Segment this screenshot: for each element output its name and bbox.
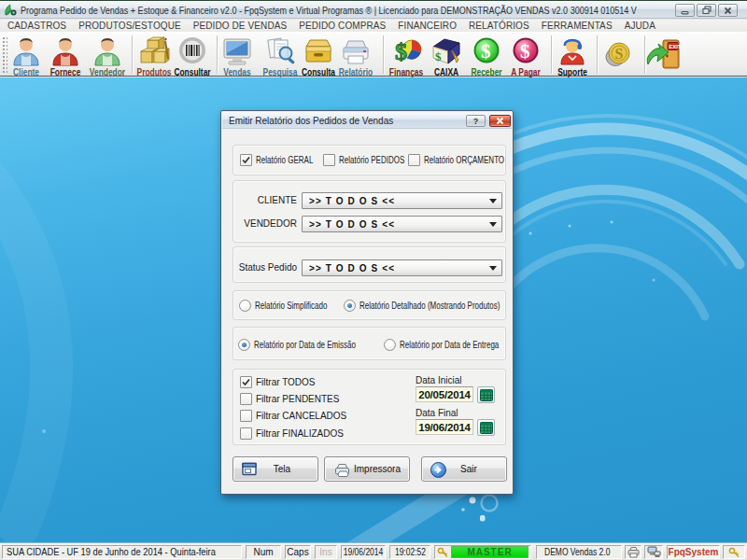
radio-relatorio-simplificado[interactable]: Relatório Simplificado	[239, 300, 345, 312]
menu-cadastros[interactable]: CADASTROS	[7, 21, 66, 31]
money-pie-icon: $	[388, 35, 424, 67]
checkbox-box	[240, 410, 252, 422]
radio-circle	[238, 339, 250, 351]
minimize-icon	[681, 7, 689, 15]
dropdown-value: >> T O D O S <<	[303, 196, 395, 206]
cliente-dropdown[interactable]: >> T O D O S <<	[302, 192, 502, 209]
menu-relatorios[interactable]: RELATÓRIOS	[469, 21, 529, 31]
report-dialog: Emitir Relatório dos Pedidos de Vendas ?…	[220, 110, 514, 495]
toolbar-relatorio-button[interactable]: Relatório	[330, 35, 382, 77]
filters-groupbox: Filtrar TODOS Filtrar PENDENTES Filtrar …	[233, 369, 506, 445]
toolbar-exit-button[interactable]: EXIT	[639, 35, 691, 77]
data-final-calendar-button[interactable]	[477, 419, 495, 436]
printer-status-icon	[627, 546, 641, 558]
checkbox-label: Relatório PEDIDOS	[339, 155, 404, 165]
keys-icon	[437, 547, 449, 558]
checkbox-relatorio-geral[interactable]: Relatório GERAL	[240, 154, 328, 166]
status-bar: SUA CIDADE - UF 19 de Junho de 2014 - Qu…	[0, 542, 747, 560]
vendedor-label: VENDEDOR	[237, 218, 297, 229]
toolbar-apagar-label: A Pagar	[511, 67, 540, 77]
svg-text:EXIT: EXIT	[669, 44, 682, 49]
data-inicial-field[interactable]: 20/05/2014	[416, 386, 473, 402]
minimize-button[interactable]	[675, 4, 695, 17]
sair-button[interactable]: Sair	[421, 456, 507, 482]
data-inicial-label: Data Inicial	[416, 375, 461, 385]
detail-level-groupbox: Relatório Simplificado Relatório Detalha…	[233, 290, 506, 320]
toolbar-cliente-label: Cliente	[13, 67, 39, 77]
toolbar-coin-button[interactable]: S	[592, 35, 644, 77]
status-location-text: SUA CIDADE - UF 19 de Junho de 2014 - Qu…	[7, 547, 216, 557]
close-button[interactable]	[718, 4, 738, 17]
toolbar-vendedor-button[interactable]: Vendedor	[81, 35, 134, 77]
vendedor-dropdown[interactable]: >> T O D O S <<	[302, 216, 502, 232]
status-location: SUA CIDADE - UF 19 de Junho de 2014 - Qu…	[2, 545, 242, 559]
toolbar-vendas-label: Vendas	[223, 67, 250, 77]
dialog-close-button[interactable]	[489, 115, 511, 127]
toolbar-caixa-label: CAIXA	[434, 67, 458, 77]
radio-label: Relatório Simplificado	[255, 301, 327, 311]
checkbox-filtrar-finalizados[interactable]: Filtrar FINALIZADOS	[240, 427, 344, 440]
menu-pedido-compras[interactable]: PEDIDO COMPRAS	[299, 21, 386, 31]
radio-dot	[347, 303, 352, 308]
status-ins-text: Ins	[319, 547, 331, 557]
restore-button[interactable]	[697, 4, 716, 17]
checkbox-relatorio-pedidos[interactable]: Relatório PEDIDOS	[323, 154, 421, 166]
checkbox-box	[408, 154, 420, 166]
menu-bar: CADASTROS PRODUTOS/ESTOQUE PEDIDO DE VEN…	[0, 20, 747, 32]
status-time: 19:02:52	[389, 545, 430, 559]
radio-por-data-entrega[interactable]: Relatório por Data de Entrega	[384, 339, 524, 351]
checkbox-box	[240, 427, 252, 440]
svg-text:$: $	[520, 40, 530, 63]
dialog-title: Emitir Relatório dos Pedidos de Vendas	[229, 116, 393, 126]
impressora-button[interactable]: Impressora	[324, 456, 410, 482]
toolbar-suporte-button[interactable]: Suporte	[546, 35, 599, 77]
checkbox-label: Filtrar PENDENTES	[256, 394, 339, 404]
window-title: Programa Pedido de Vendas + Estoque & Fi…	[21, 5, 637, 16]
toolbar-relatorio-label: Relatório	[339, 67, 373, 77]
dropdown-arrow-icon	[489, 222, 497, 227]
button-label: Tela	[274, 464, 290, 474]
checkbox-label: Relatório GERAL	[256, 155, 313, 165]
blue-arrow-ball-icon	[430, 462, 446, 478]
radio-label: Relatório por Data de Entrega	[400, 340, 499, 350]
dialog-help-button[interactable]: ?	[466, 115, 486, 127]
gold-keys-icon	[728, 547, 740, 558]
radio-por-data-emissao[interactable]: Relatório por Data de Emissão	[238, 339, 381, 351]
checkbox-label: Filtrar TODOS	[256, 377, 316, 387]
menu-produtos-estoque[interactable]: PRODUTOS/ESTOQUE	[78, 21, 181, 31]
dialog-titlebar[interactable]: Emitir Relatório dos Pedidos de Vendas ?	[222, 112, 512, 129]
menu-ajuda[interactable]: AJUDA	[625, 21, 655, 31]
printer-small-icon	[333, 462, 351, 478]
checkbox-filtrar-pendentes[interactable]: Filtrar PENDENTES	[240, 393, 339, 405]
network-computer-icon	[647, 546, 661, 558]
status-pedido-dropdown[interactable]: >> T O D O S <<	[302, 259, 502, 276]
toolbar-suporte-label: Suporte	[557, 67, 587, 77]
dropdown-arrow-icon	[489, 199, 497, 203]
tela-button[interactable]: Tela	[233, 456, 318, 482]
toolbar-receber-label: Receber	[471, 67, 501, 77]
dropdown-arrow-icon	[489, 266, 497, 271]
checkbox-filtrar-cancelados[interactable]: Filtrar CANCELADOS	[240, 410, 346, 422]
radio-circle	[239, 300, 251, 312]
checkbox-box	[323, 154, 335, 166]
status-date: 19/06/2014	[341, 545, 386, 559]
toolbar-apagar-button[interactable]: $ A Pagar	[500, 35, 552, 77]
checkbox-label: Filtrar CANCELADOS	[256, 411, 346, 421]
barcode-ring-icon	[176, 35, 208, 67]
menu-financeiro[interactable]: FINANCEIRO	[398, 21, 457, 31]
data-final-field[interactable]: 19/06/2014	[416, 419, 473, 435]
menu-ferramentas[interactable]: FERRAMENTAS	[542, 21, 613, 31]
window-icon	[242, 462, 258, 477]
radio-circle	[384, 339, 396, 351]
data-inicial-calendar-button[interactable]	[477, 386, 495, 403]
checkbox-filtrar-todos[interactable]: Filtrar TODOS	[240, 376, 316, 388]
status-num: Num	[246, 545, 281, 559]
radio-relatorio-detalhado[interactable]: Relatório Detalhado (Mostrando Produtos)	[344, 300, 535, 312]
radio-label: Relatório por Data de Emissão	[254, 340, 356, 350]
checkbox-relatorio-orcamento[interactable]: Relatório ORÇAMENTO	[408, 154, 525, 166]
monitor-icon	[220, 35, 254, 67]
menu-pedido-de-vendas[interactable]: PEDIDO DE VENDAS	[193, 21, 288, 31]
calendar-icon	[480, 421, 493, 434]
toolbar-consultar-label: Consultar	[174, 67, 210, 77]
status-date-text: 19/06/2014	[344, 547, 384, 557]
